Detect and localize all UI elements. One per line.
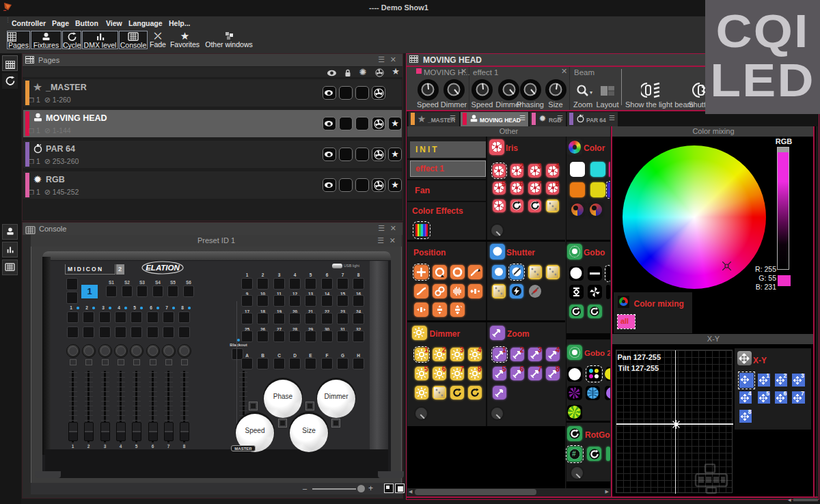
- svg-text:ELATION: ELATION: [146, 264, 180, 272]
